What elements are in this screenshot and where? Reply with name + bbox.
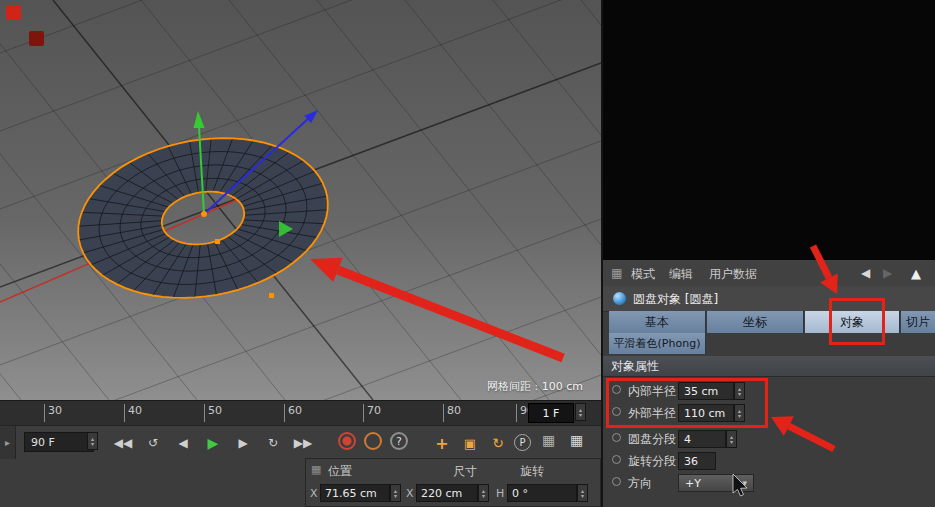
tab-basic[interactable]: 基本	[609, 311, 706, 333]
ruler-tick: 50	[204, 404, 222, 422]
ruler-tick: 40	[124, 404, 142, 422]
object-header-row: 圆盘对象 [圆盘]	[603, 286, 935, 312]
position-header: 位置	[328, 463, 352, 480]
grid-toggle-icon[interactable]: ▦	[570, 432, 583, 448]
ruler-tick: 70	[363, 404, 381, 422]
rot-h-field[interactable]: 0 °	[507, 484, 577, 502]
animation-toolbar: ▸ 90 F ▴ ▾ ◀◀ ↺ ◀ ▶ ▶ ↻ ▶▶ ? + ▣ ↻ P ▦ ▦	[0, 425, 601, 459]
record-options-button[interactable]: ?	[390, 432, 408, 450]
panel-corner-icon[interactable]: ▸	[0, 426, 16, 459]
property-row-orientation: 方向 +Y ▾	[603, 472, 935, 493]
rot-h-spinner[interactable]: ▴ ▾	[577, 484, 588, 502]
play-button[interactable]: ▶	[200, 430, 226, 455]
tab-slice[interactable]: 切片	[901, 311, 935, 333]
disc-object-icon	[613, 292, 626, 305]
end-frame-field[interactable]: 90 F	[24, 432, 94, 452]
property-row-rotation-segments: 旋转分段 36	[603, 450, 935, 471]
record-position-button[interactable]: +	[430, 431, 454, 455]
property-label: 圆盘分段	[628, 431, 676, 448]
viewport-canvas	[0, 0, 601, 400]
annotation-square-red	[6, 5, 21, 20]
loop-button[interactable]: ↻	[260, 430, 286, 455]
frame-spinner[interactable]: ▴ ▾	[575, 403, 586, 421]
tab-phong[interactable]: 平滑着色(Phong)	[609, 333, 706, 354]
property-label: 方向	[628, 475, 652, 492]
viewport-3d[interactable]: 网格间距 : 100 cm	[0, 0, 601, 400]
next-frame-button[interactable]: ▶	[230, 430, 256, 455]
keyframe-selection-icon[interactable]: ▦	[542, 432, 555, 448]
current-frame-field[interactable]: 1 F	[528, 403, 574, 423]
keyframe-dot-icon[interactable]	[612, 455, 621, 464]
record-keyframe-button[interactable]	[338, 432, 356, 450]
orientation-value: +Y	[685, 477, 701, 490]
size-x-axis-label: X	[406, 487, 414, 500]
history-forward-icon[interactable]: ▶	[883, 266, 892, 280]
spinner-down-icon[interactable]: ▾	[730, 439, 733, 444]
annotation-square-dark	[29, 31, 44, 46]
highlight-rect-radius-fields	[606, 378, 768, 428]
spinner-down-icon[interactable]: ▾	[91, 441, 94, 446]
property-row-disc-segments: 圆盘分段 4 ▴ ▾	[603, 428, 935, 449]
object-properties-header: 对象属性	[603, 356, 935, 377]
size-header: 尺寸	[453, 463, 477, 480]
prev-key-button[interactable]: ↺	[140, 430, 166, 455]
highlight-rect-object-tab	[829, 298, 885, 345]
property-label: 旋转分段	[628, 453, 676, 470]
ruler-tick: 60	[284, 404, 302, 422]
menu-userdata[interactable]: 用户数据	[709, 266, 757, 283]
menu-mode[interactable]: 模式	[631, 266, 655, 283]
disc-segments-field[interactable]: 4	[678, 430, 726, 448]
end-frame-spinner[interactable]: ▴ ▾	[87, 432, 98, 450]
spinner-down-icon[interactable]: ▾	[579, 412, 582, 417]
disc-segments-spinner[interactable]: ▴ ▾	[726, 430, 737, 448]
rotation-segments-field[interactable]: 36	[678, 452, 716, 470]
keyframe-dot-icon[interactable]	[612, 433, 621, 442]
pos-x-axis-label: X	[310, 487, 318, 500]
goto-end-button[interactable]: ▶▶	[290, 430, 316, 455]
size-x-spinner[interactable]: ▴ ▾	[478, 484, 489, 502]
history-back-icon[interactable]: ◀	[861, 266, 870, 280]
autokey-button[interactable]	[364, 432, 382, 450]
tab-coordinates[interactable]: 坐标	[707, 311, 804, 333]
nav-up-icon[interactable]: ▲	[911, 266, 921, 281]
pos-x-spinner[interactable]: ▴ ▾	[390, 484, 401, 502]
panel-grid-icon[interactable]: ▦	[311, 463, 321, 476]
attribute-manager-toolbar: ▦ 模式 编辑 用户数据 ◀ ▶ ▲	[603, 260, 935, 287]
size-x-field[interactable]: 220 cm	[416, 484, 478, 502]
cinema4d-window: 网格间距 : 100 cm 30 40 50 60 70 80 90 1 F ▴…	[0, 0, 935, 507]
ruler-tick: 80	[443, 404, 461, 422]
goto-start-button[interactable]: ◀◀	[110, 430, 136, 455]
record-scale-button[interactable]: ▣	[458, 431, 482, 455]
ruler-tick: 30	[44, 404, 62, 422]
spinner-down-icon[interactable]: ▾	[482, 493, 485, 498]
record-rotation-button[interactable]: ↻	[486, 431, 510, 455]
spinner-down-icon[interactable]: ▾	[581, 493, 584, 498]
rotation-header: 旋转	[520, 463, 544, 480]
coordinates-panel: ▦ 位置 尺寸 旋转 X 71.65 cm ▴ ▾ X 220 cm ▴ ▾ H…	[305, 458, 601, 507]
keyframe-dot-icon[interactable]	[612, 477, 621, 486]
timeline-ruler[interactable]: 30 40 50 60 70 80 90 1 F ▴ ▾	[0, 400, 601, 426]
panel-grid-icon[interactable]: ▦	[611, 266, 622, 280]
orientation-dropdown[interactable]: +Y ▾	[678, 474, 754, 492]
rot-h-axis-label: H	[496, 487, 504, 500]
menu-edit[interactable]: 编辑	[669, 266, 693, 283]
prev-frame-button[interactable]: ◀	[170, 430, 196, 455]
record-parameter-button[interactable]: P	[514, 434, 531, 451]
attribute-manager: ▦ 模式 编辑 用户数据 ◀ ▶ ▲ 圆盘对象 [圆盘] 基本 坐标 对象 切片…	[601, 0, 935, 507]
object-title: 圆盘对象 [圆盘]	[633, 291, 718, 308]
empty-manager-area	[603, 0, 935, 260]
pos-x-field[interactable]: 71.65 cm	[320, 484, 390, 502]
dropdown-arrow-icon: ▾	[742, 478, 747, 488]
grid-spacing-label: 网格间距 : 100 cm	[487, 379, 583, 394]
spinner-down-icon[interactable]: ▾	[394, 493, 397, 498]
